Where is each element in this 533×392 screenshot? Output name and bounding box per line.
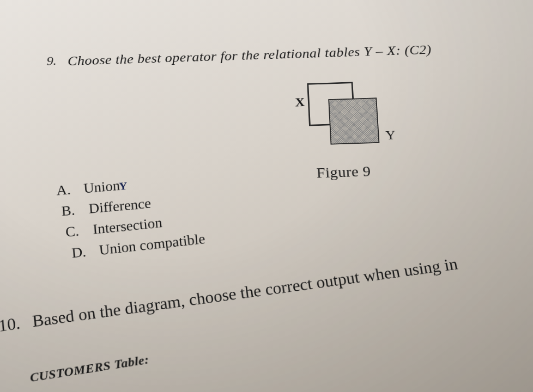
venn-squares: X Y [297,81,403,151]
option-text: Union [83,177,120,195]
option-text: Difference [88,195,152,217]
square-y-shaded [328,97,379,144]
customers-table-heading: CUSTOMERS Table: [29,352,150,385]
option-letter: C. [65,222,89,241]
question-text: Choose the best operator for the relatio… [68,42,432,68]
handwritten-annotation: Y [119,180,128,193]
label-y: Y [385,128,396,143]
question-9: 9. Choose the best operator for the rela… [46,40,492,69]
question-number: 10. [0,314,21,336]
question-number: 9. [46,54,56,68]
option-text: Intersection [92,215,162,237]
answer-options: A. UnionY B. Difference C. Intersection … [56,178,206,266]
question-text: Based on the diagram, choose the correct… [32,254,459,330]
option-letter: D. [71,243,96,261]
label-x: X [295,95,305,110]
figure-caption: Figure 9 [316,163,371,181]
option-letter: A. [56,181,80,198]
option-letter: B. [61,201,86,219]
